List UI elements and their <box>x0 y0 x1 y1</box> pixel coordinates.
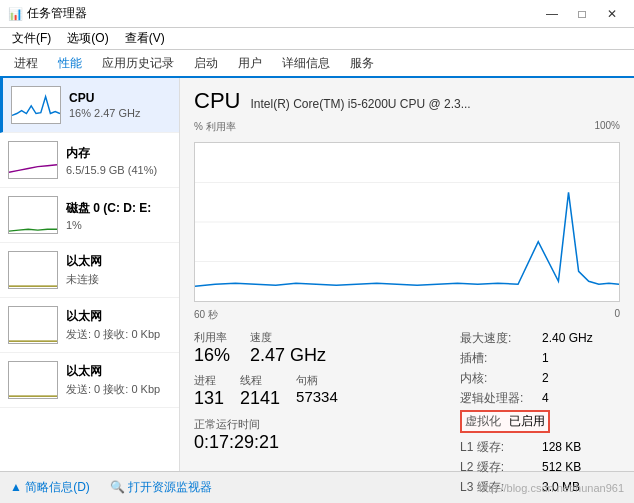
l1-value: 128 KB <box>542 440 581 454</box>
title-bar-left: 📊 任务管理器 <box>8 5 87 22</box>
disk-sidebar-graph <box>8 196 58 234</box>
l1-row: L1 缓存: 128 KB <box>460 439 620 456</box>
thread-label: 线程 <box>240 373 280 388</box>
utilization-stat: 利用率 16% <box>194 330 230 367</box>
cpu-sidebar-subtitle: 16% 2.47 GHz <box>69 107 171 119</box>
speed-stat: 速度 2.47 GHz <box>250 330 326 367</box>
minimize-button[interactable]: — <box>538 4 566 24</box>
chart-labels-top: % 利用率 100% <box>194 120 620 134</box>
chart-labels-bottom: 60 秒 0 <box>194 308 620 322</box>
title-bar-controls: — □ ✕ <box>538 4 626 24</box>
left-stats: 利用率 16% 速度 2.47 GHz 进程 131 线程 <box>194 330 444 499</box>
tab-performance[interactable]: 性能 <box>48 51 92 78</box>
tab-bar: 进程 性能 应用历史记录 启动 用户 详细信息 服务 <box>0 50 634 78</box>
disk-sidebar-info: 磁盘 0 (C: D: E: 1% <box>66 200 171 231</box>
watermark-text: http://blog.csdn.net/hunan961 <box>479 482 624 494</box>
close-button[interactable]: ✕ <box>598 4 626 24</box>
tab-app-history[interactable]: 应用历史记录 <box>92 51 184 78</box>
eth2-sidebar-title: 以太网 <box>66 308 171 325</box>
speed-label: 速度 <box>250 330 326 345</box>
menu-view[interactable]: 查看(V) <box>117 28 173 49</box>
eth1-sidebar-subtitle: 未连接 <box>66 272 171 287</box>
uptime-section: 正常运行时间 0:17:29:21 <box>194 417 444 453</box>
disk-sidebar-title: 磁盘 0 (C: D: E: <box>66 200 171 217</box>
cpu-header: CPU Intel(R) Core(TM) i5-6200U CPU @ 2.3… <box>194 88 620 114</box>
thread-value: 2141 <box>240 388 280 410</box>
uptime-value: 0:17:29:21 <box>194 432 444 453</box>
memory-sidebar-title: 内存 <box>66 145 171 162</box>
sidebar: CPU 16% 2.47 GHz 内存 6.5/15.9 GB (41%) <box>0 78 180 471</box>
tab-details[interactable]: 详细信息 <box>272 51 340 78</box>
eth1-sidebar-info: 以太网 未连接 <box>66 253 171 287</box>
resource-monitor-button[interactable]: 🔍 打开资源监视器 <box>110 479 212 496</box>
chart-label-max: 100% <box>594 120 620 134</box>
memory-sidebar-info: 内存 6.5/15.9 GB (41%) <box>66 145 171 176</box>
eth3-sidebar-subtitle: 发送: 0 接收: 0 Kbp <box>66 382 171 397</box>
right-panel: CPU Intel(R) Core(TM) i5-6200U CPU @ 2.3… <box>180 78 634 471</box>
sockets-row: 插槽: 1 <box>460 350 620 367</box>
tab-services[interactable]: 服务 <box>340 51 384 78</box>
cpu-chart <box>194 142 620 302</box>
sidebar-item-ethernet2[interactable]: 以太网 发送: 0 接收: 0 Kbp <box>0 298 179 353</box>
eth3-sidebar-title: 以太网 <box>66 363 171 380</box>
eth3-sidebar-info: 以太网 发送: 0 接收: 0 Kbp <box>66 363 171 397</box>
chart-time-left: 60 秒 <box>194 308 218 322</box>
uptime-label: 正常运行时间 <box>194 417 444 432</box>
l2-row: L2 缓存: 512 KB <box>460 459 620 476</box>
tab-users[interactable]: 用户 <box>228 51 272 78</box>
logical-value: 4 <box>542 391 549 405</box>
eth2-sidebar-graph <box>8 306 58 344</box>
l2-value: 512 KB <box>542 460 581 474</box>
menu-bar: 文件(F) 选项(O) 查看(V) <box>0 28 634 50</box>
title-bar: 📊 任务管理器 — □ ✕ <box>0 0 634 28</box>
sockets-value: 1 <box>542 351 549 365</box>
max-speed-value: 2.40 GHz <box>542 331 593 345</box>
process-stat: 进程 131 <box>194 373 224 410</box>
max-speed-label: 最大速度: <box>460 330 530 347</box>
app-icon: 📊 <box>8 7 23 21</box>
cpu-sidebar-graph <box>11 86 61 124</box>
handle-value: 57334 <box>296 388 338 406</box>
process-value: 131 <box>194 388 224 410</box>
cpu-model: Intel(R) Core(TM) i5-6200U CPU @ 2.3... <box>250 97 470 111</box>
sidebar-item-disk[interactable]: 磁盘 0 (C: D: E: 1% <box>0 188 179 243</box>
l2-label: L2 缓存: <box>460 459 530 476</box>
menu-file[interactable]: 文件(F) <box>4 28 59 49</box>
cpu-sidebar-info: CPU 16% 2.47 GHz <box>69 91 171 119</box>
memory-sidebar-subtitle: 6.5/15.9 GB (41%) <box>66 164 171 176</box>
menu-options[interactable]: 选项(O) <box>59 28 116 49</box>
speed-value: 2.47 GHz <box>250 345 326 367</box>
brief-info-button[interactable]: ▲ 简略信息(D) <box>10 479 90 496</box>
main-content: CPU 16% 2.47 GHz 内存 6.5/15.9 GB (41%) <box>0 78 634 471</box>
stats-area: 利用率 16% 速度 2.47 GHz 进程 131 线程 <box>194 330 620 499</box>
utilization-label: 利用率 <box>194 330 230 345</box>
maximize-button[interactable]: □ <box>568 4 596 24</box>
chart-time-right: 0 <box>614 308 620 322</box>
chart-label-utilization: % 利用率 <box>194 120 236 134</box>
thread-stat: 线程 2141 <box>240 373 280 410</box>
cpu-sidebar-title: CPU <box>69 91 171 105</box>
cores-row: 内核: 2 <box>460 370 620 387</box>
sidebar-item-cpu[interactable]: CPU 16% 2.47 GHz <box>0 78 179 133</box>
utilization-value: 16% <box>194 345 230 367</box>
virtualization-row: 虚拟化 已启用 <box>460 410 550 433</box>
disk-sidebar-subtitle: 1% <box>66 219 171 231</box>
eth2-sidebar-subtitle: 发送: 0 接收: 0 Kbp <box>66 327 171 342</box>
sidebar-item-ethernet1[interactable]: 以太网 未连接 <box>0 243 179 298</box>
virtualization-value: 已启用 <box>509 413 545 430</box>
cores-label: 内核: <box>460 370 530 387</box>
tab-process[interactable]: 进程 <box>4 51 48 78</box>
handle-label: 句柄 <box>296 373 338 388</box>
eth1-sidebar-title: 以太网 <box>66 253 171 270</box>
sidebar-item-ethernet3[interactable]: 以太网 发送: 0 接收: 0 Kbp <box>0 353 179 408</box>
eth2-sidebar-info: 以太网 发送: 0 接收: 0 Kbp <box>66 308 171 342</box>
app-title: 任务管理器 <box>27 5 87 22</box>
process-label: 进程 <box>194 373 224 388</box>
tab-startup[interactable]: 启动 <box>184 51 228 78</box>
sidebar-item-memory[interactable]: 内存 6.5/15.9 GB (41%) <box>0 133 179 188</box>
cores-value: 2 <box>542 371 549 385</box>
eth1-sidebar-graph <box>8 251 58 289</box>
detail-table: 最大速度: 2.40 GHz 插槽: 1 内核: 2 逻辑处理器: 4 虚拟化 <box>460 330 620 499</box>
max-speed-row: 最大速度: 2.40 GHz <box>460 330 620 347</box>
memory-sidebar-graph <box>8 141 58 179</box>
